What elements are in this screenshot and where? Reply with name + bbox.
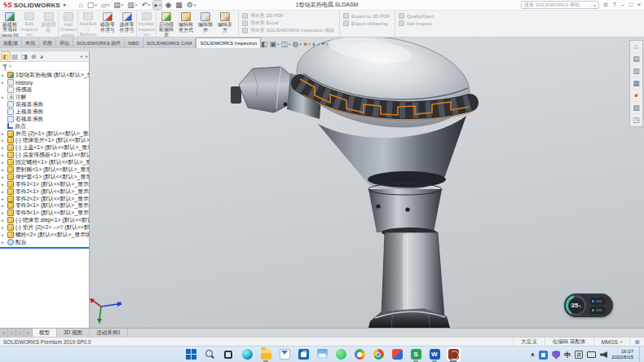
export-button[interactable]: Net-Inspect	[399, 20, 434, 27]
ribbon-button[interactable]: Update Inspection Project	[137, 11, 157, 37]
tree-item[interactable]: ▸ History	[0, 79, 89, 86]
taskbar-app-icon[interactable]	[372, 347, 386, 361]
graphics-area[interactable]: 装配体布局草图评估SOLIDWORKS 插件MBDSOLIDWORKS CAMS…	[0, 38, 644, 328]
window-control-button[interactable]: ?	[613, 1, 616, 9]
clock[interactable]: 16:07 2022/8/15	[611, 349, 633, 360]
taskbar-app-icon[interactable]	[390, 347, 404, 361]
task-pane-tab-icon[interactable]: ●	[630, 90, 642, 102]
export-button[interactable]: Export eDrawing	[343, 20, 390, 27]
commandmanager-tab[interactable]: MBD	[125, 38, 143, 48]
hud-icon[interactable]: ●	[303, 40, 311, 48]
ribbon-button[interactable]: 新建模板	[39, 11, 59, 37]
tree-item[interactable]: ▸ 固定螺栓<1> (默认<<默认>_显示状	[0, 159, 89, 166]
hud-icon[interactable]: ◐	[312, 40, 320, 48]
filter-caret-icon[interactable]: ▾	[9, 64, 11, 68]
qat-button-icon[interactable]: ▥	[126, 1, 138, 9]
volume-icon[interactable]	[600, 351, 607, 358]
expand-arrow-icon[interactable]: ▸	[2, 145, 6, 150]
taskbar-app-icon[interactable]	[203, 347, 217, 361]
tree-item[interactable]: ▸ 外壳 (2)<1> (默认<<默认>_显示状态	[0, 130, 89, 137]
recorder-button-top[interactable]	[589, 298, 606, 305]
commandmanager-tab[interactable]: SOLIDWORKS 插件	[73, 38, 125, 48]
qat-button-icon[interactable]: ▤	[112, 1, 124, 9]
tree-item[interactable]: ▸ (-) 垫片 (2)<2> -->? (默认<<默认>_	[0, 224, 89, 232]
tray-app-icon[interactable]	[539, 351, 548, 360]
hud-icon[interactable]: ◧	[261, 40, 268, 48]
tree-item[interactable]: ▸ 密封圈<1> (默认<<默认>_显示状态	[0, 166, 89, 174]
tree-item[interactable]: ▸ 原点	[0, 122, 89, 130]
panel-tab-icon[interactable]: ▸	[85, 52, 89, 61]
window-control-button[interactable]: □	[629, 1, 633, 9]
tree-item[interactable]: ▸ 注解	[0, 94, 89, 101]
ribbon-button[interactable]: 编辑卖方	[215, 11, 235, 37]
qat-button-icon[interactable]: ▦	[174, 1, 183, 9]
taskbar-app-icon[interactable]	[353, 347, 367, 361]
qat-button-icon[interactable]: ▱	[100, 1, 110, 9]
search-icon[interactable]: ◌	[589, 2, 596, 8]
tree-item[interactable]: ▸ 零件2<1> (默认<<默认>_显示状态	[0, 188, 89, 195]
panel-tab-icon[interactable]: ◕	[38, 52, 44, 61]
panel-tab-icon[interactable]: ◧	[2, 52, 10, 61]
window-control-button[interactable]: ×	[637, 1, 641, 9]
taskbar-app-icon[interactable]	[278, 347, 292, 361]
task-pane-tab-icon[interactable]: ▧	[630, 102, 642, 114]
tree-filter[interactable]: ▾	[0, 62, 89, 71]
export-button[interactable]: 导出至 SOLIDWORKS Inspection 项目	[242, 27, 334, 34]
expand-arrow-icon[interactable]: ▸	[2, 174, 6, 179]
ribbon-button[interactable]: Add Characteristic	[59, 11, 78, 37]
taskbar-app-icon[interactable]	[428, 347, 442, 361]
qat-button-icon[interactable]: ◉	[164, 1, 172, 9]
expand-arrow-icon[interactable]: ▸	[2, 80, 6, 85]
screen-recorder-widget[interactable]: 35%	[564, 294, 613, 317]
recorder-button-bottom[interactable]	[589, 307, 606, 314]
ribbon-button[interactable]: Edit Inspection Project	[20, 11, 39, 37]
expand-arrow-icon[interactable]: ▸	[2, 218, 6, 223]
export-button[interactable]: QualityXpert	[399, 12, 434, 20]
taskbar-app-icon[interactable]	[447, 347, 461, 361]
task-pane-tab-icon[interactable]: ▥	[630, 65, 642, 77]
qat-button-icon[interactable]: ▢	[86, 1, 98, 9]
expand-arrow-icon[interactable]: ▸	[2, 203, 6, 208]
ime-mode-indicator[interactable]: 拼	[575, 351, 583, 359]
task-pane-tab-icon[interactable]: ▤	[630, 53, 642, 65]
globe-icon[interactable]: ⊕	[629, 338, 644, 346]
taskbar-app-icon[interactable]	[334, 347, 348, 361]
expand-arrow-icon[interactable]: ▸	[2, 240, 6, 245]
tree-item[interactable]: ▸ 零件3<1> (默认<<默认>_显示状态	[0, 202, 89, 210]
view-tab[interactable]: 模型	[33, 329, 57, 337]
tree-item[interactable]: ▸ 螺栓<2> (默认<<默认>_显示状态	[0, 232, 89, 239]
hud-icon[interactable]: ◓	[321, 40, 329, 48]
commandmanager-tab[interactable]: 布局	[22, 38, 39, 48]
commandmanager-tab[interactable]: 装配体	[0, 38, 22, 48]
task-pane-tab-icon[interactable]: ▦	[630, 77, 642, 90]
expand-arrow-icon[interactable]: ▸	[2, 167, 6, 172]
help-search-input[interactable]: 搜索 SOLIDWORKS 帮助 ◌	[521, 1, 599, 9]
view-tab[interactable]: 运动算例1	[90, 329, 128, 337]
tray-chevron-icon[interactable]: ∧	[531, 351, 536, 358]
units-selector[interactable]: MMGS	[593, 338, 630, 346]
tree-item[interactable]: ▸ 传感器	[0, 86, 89, 94]
tree-item[interactable]: ▸ (-) 绝缘垫片<1> (默认<<默认>_显示	[0, 137, 89, 144]
tree-splitter[interactable]	[0, 247, 89, 249]
tab-scroll-button[interactable]: »	[24, 329, 33, 337]
export-button[interactable]: Export to 3D PDF	[343, 12, 390, 20]
expand-arrow-icon[interactable]: ▸	[2, 152, 6, 157]
commandmanager-tab[interactable]: SOLIDWORKS Inspection	[196, 38, 261, 48]
taskbar-app-icon[interactable]	[297, 347, 311, 361]
tab-scroll-button[interactable]: ‹	[8, 329, 16, 337]
tree-item[interactable]: ▸ 配合	[0, 238, 89, 245]
qat-button-icon[interactable]: ⌂	[77, 1, 83, 9]
expand-arrow-icon[interactable]: ▸	[2, 196, 6, 201]
taskbar-app-icon[interactable]	[315, 347, 329, 361]
expand-arrow-icon[interactable]: ▸	[2, 138, 6, 143]
network-icon[interactable]	[587, 351, 596, 358]
tree-item[interactable]: ▸ 右视基准面	[0, 115, 89, 122]
export-button[interactable]: 导出至 2D PDF	[242, 12, 334, 20]
ribbon-button[interactable]: 选择零件序号	[117, 11, 137, 37]
panel-tab-icon[interactable]: ◨	[20, 52, 29, 61]
window-control-button[interactable]: –	[621, 1, 624, 9]
tree-item[interactable]: ▸ 零件1<1> (默认<<默认>_显示状态-	[0, 180, 89, 188]
tray-shield-icon[interactable]	[552, 351, 560, 360]
qat-button-icon[interactable]: ▸	[153, 1, 161, 9]
ribbon-button[interactable]: Add/Edit Balloons	[78, 11, 98, 37]
